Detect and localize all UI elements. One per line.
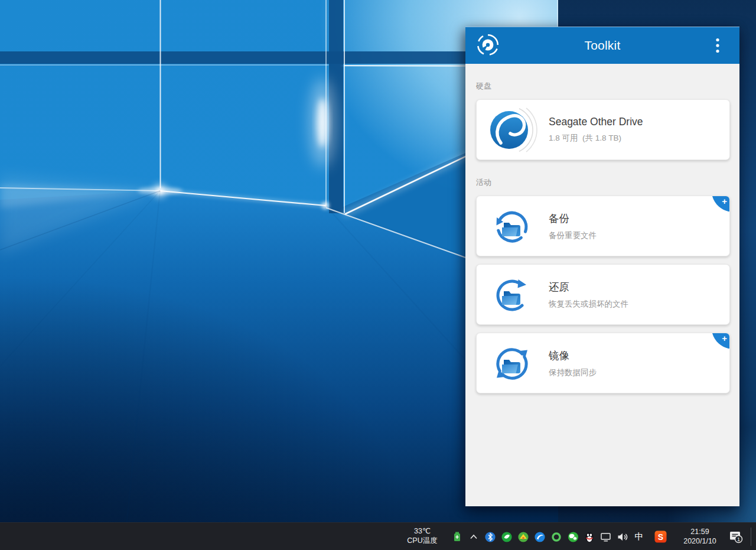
backup-card[interactable]: 备份 备份重要文件 + — [476, 196, 730, 256]
activity-title: 还原 — [549, 280, 628, 294]
window-body: 硬盘 Seagate Other Drive 1.8 可用 (共 1.8 TB)… — [465, 64, 739, 506]
activity-title: 镜像 — [549, 349, 597, 363]
driver-tool-icon[interactable] — [515, 530, 532, 544]
drive-name: Seagate Other Drive — [549, 116, 643, 128]
chevron-up-icon[interactable] — [465, 530, 482, 544]
browser-swoosh-icon[interactable] — [532, 530, 548, 544]
usb-device-icon[interactable] — [449, 530, 465, 544]
notification-icon[interactable]: 1 — [729, 530, 742, 543]
toolkit-window: Toolkit 硬盘 Seagate Other Drive — [465, 27, 739, 506]
sogou-icon[interactable]: S — [652, 530, 669, 544]
clock[interactable]: 21:59 2020/1/10 — [674, 527, 725, 546]
titlebar: Toolkit — [465, 27, 739, 64]
restore-icon — [492, 275, 532, 315]
bluetooth-icon[interactable] — [482, 530, 498, 544]
eco-ring-icon[interactable] — [548, 530, 565, 544]
activity-title: 备份 — [549, 211, 597, 226]
drive-card[interactable]: Seagate Other Drive 1.8 可用 (共 1.8 TB) — [476, 99, 730, 160]
ime-language-icon[interactable]: 中 — [631, 530, 647, 544]
add-mirror-badge[interactable]: + — [712, 333, 729, 350]
restore-card[interactable]: 还原 恢复丢失或损坏的文件 — [476, 264, 730, 325]
activity-subtitle: 恢复丢失或损坏的文件 — [549, 299, 628, 310]
drive-capacity: 1.8 可用 (共 1.8 TB) — [549, 133, 643, 144]
notification-badge-count: 1 — [737, 536, 740, 542]
security-ball-icon[interactable] — [498, 530, 515, 544]
window-title: Toolkit — [465, 38, 739, 53]
seagate-drive-icon — [488, 100, 547, 160]
kebab-menu-icon[interactable] — [715, 38, 721, 53]
wechat-icon[interactable] — [565, 530, 581, 544]
section-label-drives: 硬盘 — [476, 64, 730, 92]
mirror-icon — [492, 343, 532, 383]
system-tray: 中 S — [449, 523, 669, 550]
mirror-card[interactable]: 镜像 保持数据同步 + — [476, 333, 730, 393]
display-network-icon[interactable] — [598, 530, 614, 544]
activity-subtitle: 备份重要文件 — [549, 230, 597, 241]
taskbar: 33℃ CPU温度 — [0, 522, 756, 550]
qq-icon[interactable] — [581, 530, 598, 544]
seagate-toolkit-logo-icon — [477, 34, 499, 56]
volume-icon[interactable] — [614, 530, 631, 544]
add-backup-badge[interactable]: + — [712, 196, 729, 213]
sogou-letter: S — [657, 532, 663, 542]
show-desktop-separator[interactable] — [751, 528, 751, 546]
activity-subtitle: 保持数据同步 — [549, 367, 597, 378]
backup-icon — [492, 206, 532, 246]
section-label-activities: 活动 — [476, 160, 730, 188]
cpu-temperature[interactable]: 33℃ CPU温度 — [402, 526, 443, 545]
